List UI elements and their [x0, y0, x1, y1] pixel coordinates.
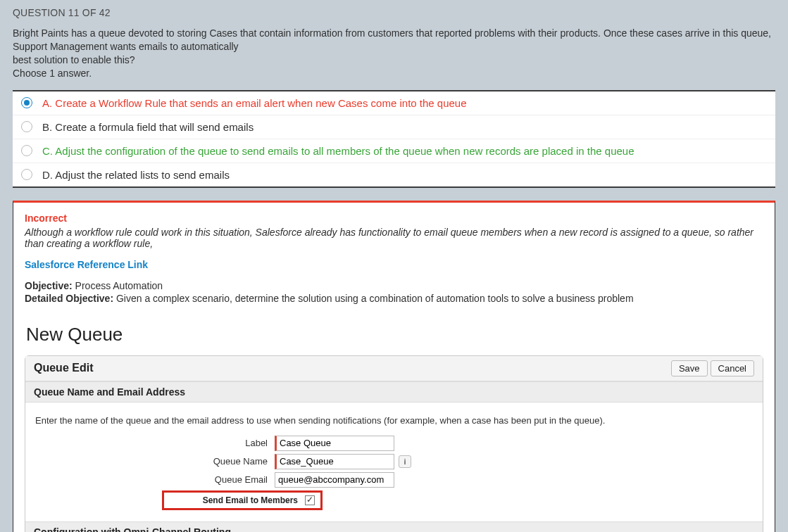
answer-list: A. Create a Workflow Rule that sends an … — [13, 90, 775, 188]
question-text-block: Bright Paints has a queue devoted to sto… — [0, 27, 788, 90]
radio-b[interactable] — [21, 121, 32, 132]
feedback-explanation: Although a workflow rule could work in t… — [25, 227, 763, 249]
sf-input-queueemail[interactable] — [275, 472, 394, 488]
answer-option-d[interactable]: D. Adjust the related lists to send emai… — [13, 163, 775, 186]
sf-page-title: New Queue — [26, 324, 763, 346]
question-instruction: Choose 1 answer. — [13, 68, 92, 79]
question-number: QUESTION 11 OF 42 — [13, 7, 775, 18]
sf-section-queue-name: Queue Name and Email Address — [25, 381, 763, 403]
answer-option-b[interactable]: B. Create a formula field that will send… — [13, 115, 775, 139]
answer-option-a[interactable]: A. Create a Workflow Rule that sends an … — [13, 91, 775, 115]
feedback-panel: Incorrect Although a workflow rule could… — [13, 201, 775, 532]
answer-d-label: D. Adjust the related lists to send emai… — [42, 169, 230, 181]
sf-label-queueemail: Queue Email — [35, 474, 275, 485]
answer-option-c[interactable]: C. Adjust the configuration of the queue… — [13, 139, 775, 163]
sf-input-queuename[interactable] — [275, 454, 394, 469]
detailed-objective-label: Detailed Objective: — [25, 293, 113, 304]
feedback-status: Incorrect — [25, 213, 763, 224]
detailed-objective-line: Detailed Objective: Given a complex scen… — [25, 293, 763, 304]
objective-value: Process Automation — [75, 280, 163, 291]
sf-send-email-highlight: Send Email to Members — [162, 490, 323, 510]
info-icon[interactable]: i — [399, 455, 411, 468]
objective-line: Objective: Process Automation — [25, 280, 763, 291]
sf-input-label[interactable] — [275, 436, 394, 451]
radio-c[interactable] — [21, 145, 32, 156]
radio-d[interactable] — [21, 169, 32, 180]
sf-checkbox-sendemail[interactable] — [305, 495, 315, 505]
reference-link[interactable]: Salesforce Reference Link — [25, 259, 763, 270]
save-button[interactable]: Save — [671, 360, 708, 376]
answer-c-label: C. Adjust the configuration of the queue… — [42, 145, 634, 157]
sf-label-queuename: Queue Name — [35, 456, 275, 467]
answer-a-label: A. Create a Workflow Rule that sends an … — [42, 97, 467, 109]
sf-section-omni: Configuration with Omni-Channel Routing — [25, 521, 763, 532]
sf-label-label: Label — [35, 438, 275, 448]
sf-label-sendemail: Send Email to Members — [170, 495, 305, 505]
objective-label: Objective: — [25, 280, 73, 291]
salesforce-screenshot: New Queue Queue Edit Save Cancel Queue N… — [25, 315, 763, 532]
sf-edit-heading: Queue Edit — [34, 362, 668, 374]
radio-a[interactable] — [21, 97, 32, 108]
question-text-line2: best solution to enable this? — [13, 54, 135, 65]
question-text-line1: Bright Paints has a queue devoted to sto… — [13, 27, 771, 52]
cancel-button[interactable]: Cancel — [711, 360, 754, 376]
detailed-objective-value: Given a complex scenario, determine the … — [116, 293, 634, 304]
answer-b-label: B. Create a formula field that will send… — [42, 121, 254, 133]
sf-section1-desc: Enter the name of the queue and the emai… — [35, 415, 753, 426]
